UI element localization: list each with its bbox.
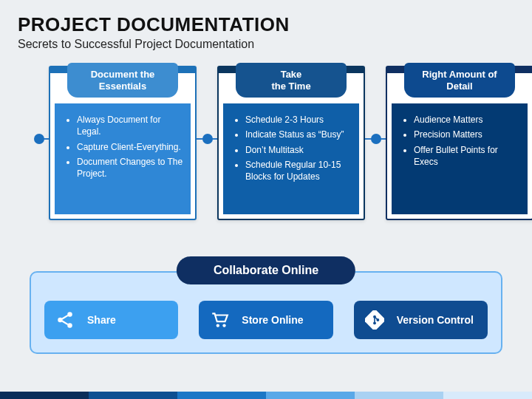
list-item: Precision Matters: [414, 129, 520, 140]
list-item: Schedule Regular 10-15 Blocks for Update…: [245, 159, 352, 183]
card-tab: Takethe Time: [236, 63, 347, 98]
share-icon: [55, 310, 75, 330]
card-tab: Right Amount of Detail: [404, 63, 515, 98]
card-tab-label: Document the Essentials: [91, 69, 155, 92]
collaborate-panel: Collaborate Online Share Store Online Ve…: [30, 271, 502, 354]
footer-segment: [0, 392, 89, 399]
svg-point-3: [216, 324, 219, 327]
footer-segment: [177, 392, 266, 399]
list-item: Don’t Multitask: [245, 144, 352, 156]
timeline-dot: [34, 134, 44, 144]
page-title: PROJECT DOCUMENTATION: [0, 0, 532, 38]
footer-segment: [355, 392, 443, 399]
card-points: Always Document for Legal. Capture Clien…: [69, 114, 183, 180]
card-detail: Right Amount of Detail Audience Matters …: [386, 66, 532, 220]
card-outer: Takethe Time Schedule 2-3 Hours Indicate…: [217, 66, 365, 220]
svg-point-4: [223, 324, 226, 327]
cart-icon: [209, 310, 230, 330]
footer-segment: [266, 392, 355, 399]
footer-segment: [89, 392, 177, 399]
footer-strip: [0, 392, 532, 399]
list-item: Schedule 2-3 Hours: [245, 114, 352, 126]
list-item: Capture Client-Everything.: [77, 141, 183, 153]
card-essentials: Document the Essentials Always Document …: [49, 66, 197, 220]
list-item: Document Changes to The Project.: [77, 156, 183, 180]
card-outer: Document the Essentials Always Document …: [49, 66, 197, 220]
git-icon: [364, 310, 385, 330]
card-points: Schedule 2-3 Hours Indicate Status as “B…: [238, 114, 352, 183]
card-tab-label: Right Amount of Detail: [422, 69, 497, 92]
list-item: Always Document for Legal.: [77, 114, 183, 137]
page-subtitle: Secrets to Successful Project Documentat…: [0, 38, 532, 63]
card-body: Schedule 2-3 Hours Indicate Status as “B…: [223, 103, 359, 214]
card-outer: Right Amount of Detail Audience Matters …: [386, 66, 532, 220]
card-time: Takethe Time Schedule 2-3 Hours Indicate…: [217, 66, 365, 220]
card-tab: Document the Essentials: [67, 63, 178, 98]
list-item: Offer Bullet Points for Execs: [414, 144, 520, 168]
timeline-dot: [371, 134, 381, 144]
list-item: Indicate Status as “Busy”: [245, 129, 352, 140]
card-body: Audience Matters Precision Matters Offer…: [392, 103, 528, 214]
share-label: Share: [87, 314, 116, 326]
card-tab-label: Takethe Time: [271, 69, 310, 92]
collaborate-row: Share Store Online Version Control: [44, 301, 488, 339]
cards-row: Document the Essentials Always Document …: [0, 66, 532, 250]
store-label: Store Online: [242, 314, 303, 326]
share-button[interactable]: Share: [44, 301, 178, 339]
card-points: Audience Matters Precision Matters Offer…: [406, 114, 520, 168]
list-item: Audience Matters: [414, 114, 520, 126]
collaborate-header: Collaborate Online: [177, 256, 355, 284]
timeline-dot: [202, 134, 213, 144]
version-button[interactable]: Version Control: [354, 301, 488, 339]
footer-segment: [443, 392, 532, 399]
card-body: Always Document for Legal. Capture Clien…: [55, 103, 191, 214]
store-button[interactable]: Store Online: [199, 301, 332, 339]
version-label: Version Control: [397, 314, 474, 326]
